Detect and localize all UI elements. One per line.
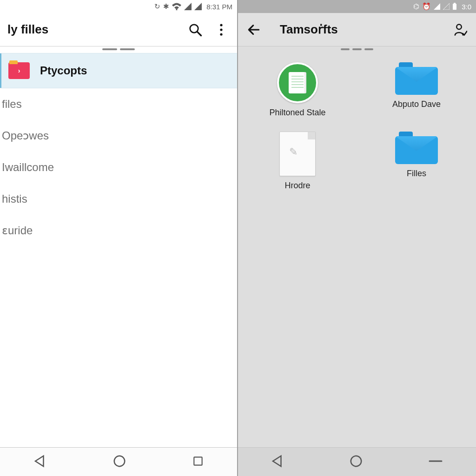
nav-back-button[interactable]: [271, 454, 284, 470]
sidebar-item-ptycopts[interactable]: › Ptycopts: [0, 53, 237, 88]
battery-icon: [452, 3, 457, 10]
svg-line-1: [197, 32, 201, 35]
svg-point-3: [220, 28, 222, 31]
cell-signal-icon: [434, 3, 440, 10]
minus-recents-icon: [428, 456, 443, 466]
app-icon: [277, 62, 318, 103]
nav-back-button[interactable]: [33, 454, 47, 470]
nav-recents-button[interactable]: [192, 455, 204, 469]
folder-icon: [395, 62, 438, 95]
folder-icon: [395, 132, 438, 164]
sidebar-item-label: Opeɔwes: [2, 129, 49, 142]
sidebar-item-label: ɛuride: [2, 224, 33, 237]
nav-recents-button[interactable]: [428, 456, 443, 468]
sidebar-item-opeowes[interactable]: Opeɔwes: [0, 120, 237, 152]
triangle-back-icon: [33, 454, 47, 468]
sidebar-item-iwaillcome[interactable]: Iwaillcome: [0, 152, 237, 183]
overflow-icon: [219, 23, 223, 37]
grid-item-label: Filles: [407, 169, 426, 178]
app-bar-left: ly filles: [0, 13, 237, 46]
sidebar-item-histis[interactable]: histis: [0, 183, 237, 215]
page-title-right: Tamsoṙfts: [280, 22, 338, 37]
app-bar-right: Tamsoṙfts: [238, 13, 476, 46]
nav-bar-right: [238, 447, 476, 476]
svg-point-5: [114, 456, 125, 466]
cell-signal-icon-2: [194, 3, 202, 10]
sync-icon: ↻: [154, 2, 160, 11]
nav-bar-left: [0, 447, 237, 476]
dnd-icon: ✱: [163, 2, 169, 11]
file-grid: Philtoned Stale Abputo Dave ✎ Hrodre Fil…: [238, 53, 476, 447]
file-icon: ✎: [279, 132, 316, 176]
svg-point-9: [456, 24, 462, 29]
nav-home-button[interactable]: [349, 454, 363, 470]
arrow-back-icon: [246, 22, 261, 37]
status-bar-right: ⌬ ⏰ 3:0: [238, 0, 476, 13]
grid-item-filles[interactable]: Filles: [370, 132, 463, 191]
clock-left: 8:31 PM: [206, 3, 232, 11]
alarm-icon: ⏰: [422, 2, 431, 11]
triangle-back-icon: [271, 454, 284, 468]
left-screen: ↻ ✱ 8:31 PM ly filles: [0, 0, 238, 476]
svg-point-2: [220, 24, 222, 26]
folder-icon: ›: [8, 62, 30, 79]
grid-item-abputo-dave[interactable]: Abputo Dave: [370, 62, 463, 118]
person-check-icon: [453, 23, 467, 37]
grid-item-philtoned-stale[interactable]: Philtoned Stale: [251, 62, 344, 118]
svg-point-10: [351, 456, 362, 466]
clock-right: 3:0: [462, 3, 471, 11]
grid-item-hrodre[interactable]: ✎ Hrodre: [251, 132, 344, 191]
right-screen: ⌬ ⏰ 3:0 Tamsoṙfts: [238, 0, 476, 476]
status-bar-left: ↻ ✱ 8:31 PM: [0, 0, 237, 13]
sidebar-item-uride[interactable]: ɛuride: [0, 215, 237, 246]
nav-home-button[interactable]: [112, 454, 126, 470]
overflow-button[interactable]: [213, 21, 230, 38]
account-button[interactable]: [452, 21, 469, 38]
svg-point-4: [220, 33, 222, 35]
grid-item-label: Philtoned Stale: [269, 108, 325, 118]
back-button[interactable]: [245, 21, 262, 38]
circle-home-icon: [349, 454, 363, 468]
sidebar-item-label: Iwaillcome: [2, 161, 54, 173]
page-title-left: ly filles: [7, 22, 48, 37]
svg-rect-6: [194, 457, 202, 465]
sidebar-item-label: histis: [2, 192, 27, 205]
cell-signal-icon-2: [443, 3, 450, 10]
sidebar-item-label: Ptycopts: [40, 64, 87, 77]
sidebar-item-label: files: [2, 98, 22, 110]
search-icon: [188, 23, 202, 37]
grid-item-label: Hrodre: [284, 181, 310, 191]
cell-signal-icon: [184, 3, 192, 10]
square-recents-icon: [192, 455, 204, 467]
circle-home-icon: [112, 454, 126, 468]
svg-rect-7: [453, 4, 456, 10]
grid-item-label: Abputo Dave: [392, 99, 441, 109]
search-button[interactable]: [187, 21, 204, 38]
drag-handle-left[interactable]: [0, 46, 237, 53]
svg-rect-8: [454, 3, 456, 4]
wifi-icon: [172, 3, 181, 10]
drag-handle-right[interactable]: [238, 46, 476, 53]
sidebar-item-files[interactable]: files: [0, 88, 237, 120]
bt-icon: ⌬: [413, 2, 419, 11]
